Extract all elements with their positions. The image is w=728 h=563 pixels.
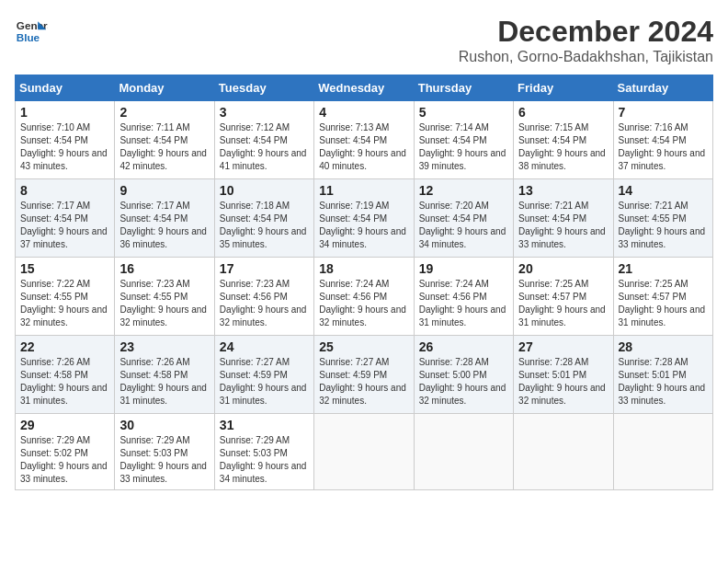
day-info: Sunrise: 7:21 AMSunset: 4:54 PMDaylight:… xyxy=(518,201,606,249)
day-info: Sunrise: 7:27 AMSunset: 4:59 PMDaylight:… xyxy=(220,357,307,406)
day-number: 11 xyxy=(319,183,408,198)
calendar-cell: 12 Sunrise: 7:20 AMSunset: 4:54 PMDaylig… xyxy=(414,179,513,258)
calendar-cell: 3 Sunrise: 7:12 AMSunset: 4:54 PMDayligh… xyxy=(214,101,313,179)
day-number: 8 xyxy=(20,183,109,198)
calendar-cell: 20 Sunrise: 7:25 AMSunset: 4:57 PMDaylig… xyxy=(514,258,613,336)
day-number: 2 xyxy=(119,105,209,120)
day-number: 30 xyxy=(119,418,209,432)
calendar-cell: 14 Sunrise: 7:21 AMSunset: 4:55 PMDaylig… xyxy=(613,179,712,258)
calendar-cell: 24 Sunrise: 7:27 AMSunset: 4:59 PMDaylig… xyxy=(214,336,313,414)
day-number: 28 xyxy=(619,339,708,354)
day-info: Sunrise: 7:22 AMSunset: 4:55 PMDaylight:… xyxy=(20,279,108,327)
calendar-cell xyxy=(314,414,414,490)
weekday-header-saturday: Saturday xyxy=(613,75,712,101)
logo: General Blue xyxy=(15,15,48,48)
day-number: 1 xyxy=(20,105,109,120)
calendar-cell: 13 Sunrise: 7:21 AMSunset: 4:54 PMDaylig… xyxy=(514,179,613,258)
day-number: 7 xyxy=(619,105,708,120)
calendar-cell: 19 Sunrise: 7:24 AMSunset: 4:56 PMDaylig… xyxy=(414,258,513,336)
calendar-table: SundayMondayTuesdayWednesdayThursdayFrid… xyxy=(15,75,713,490)
day-number: 12 xyxy=(419,183,508,198)
calendar-cell: 18 Sunrise: 7:24 AMSunset: 4:56 PMDaylig… xyxy=(314,258,414,336)
day-number: 27 xyxy=(518,339,608,354)
day-number: 16 xyxy=(119,261,209,276)
calendar-cell xyxy=(613,414,712,490)
calendar-cell: 22 Sunrise: 7:26 AMSunset: 4:58 PMDaylig… xyxy=(16,336,115,414)
day-info: Sunrise: 7:21 AMSunset: 4:55 PMDaylight:… xyxy=(619,201,706,249)
day-number: 9 xyxy=(119,183,209,198)
weekday-header-sunday: Sunday xyxy=(16,75,115,101)
calendar-cell: 8 Sunrise: 7:17 AMSunset: 4:54 PMDayligh… xyxy=(16,179,115,258)
day-number: 15 xyxy=(20,261,109,276)
day-info: Sunrise: 7:12 AMSunset: 4:54 PMDaylight:… xyxy=(220,122,307,171)
day-number: 19 xyxy=(419,261,508,276)
day-info: Sunrise: 7:16 AMSunset: 4:54 PMDaylight:… xyxy=(619,122,706,171)
day-number: 10 xyxy=(220,183,309,198)
day-info: Sunrise: 7:10 AMSunset: 4:54 PMDaylight:… xyxy=(20,122,108,171)
day-info: Sunrise: 7:29 AMSunset: 5:03 PMDaylight:… xyxy=(220,435,307,484)
day-info: Sunrise: 7:17 AMSunset: 4:54 PMDaylight:… xyxy=(119,201,207,249)
day-number: 5 xyxy=(419,105,508,120)
day-number: 18 xyxy=(319,261,408,276)
day-info: Sunrise: 7:24 AMSunset: 4:56 PMDaylight:… xyxy=(319,279,406,327)
day-number: 4 xyxy=(319,105,408,120)
calendar-cell: 27 Sunrise: 7:28 AMSunset: 5:01 PMDaylig… xyxy=(514,336,613,414)
day-info: Sunrise: 7:25 AMSunset: 4:57 PMDaylight:… xyxy=(619,279,706,327)
day-number: 31 xyxy=(220,418,309,432)
calendar-week-row: 8 Sunrise: 7:17 AMSunset: 4:54 PMDayligh… xyxy=(16,179,713,258)
calendar-cell: 10 Sunrise: 7:18 AMSunset: 4:54 PMDaylig… xyxy=(214,179,313,258)
day-info: Sunrise: 7:28 AMSunset: 5:00 PMDaylight:… xyxy=(419,357,506,406)
calendar-cell: 7 Sunrise: 7:16 AMSunset: 4:54 PMDayligh… xyxy=(613,101,712,179)
day-number: 25 xyxy=(319,339,408,354)
day-number: 24 xyxy=(220,339,309,354)
page-subtitle: Rushon, Gorno-Badakhshan, Tajikistan xyxy=(459,49,713,65)
calendar-cell: 9 Sunrise: 7:17 AMSunset: 4:54 PMDayligh… xyxy=(115,179,214,258)
day-number: 6 xyxy=(518,105,608,120)
day-number: 13 xyxy=(518,183,608,198)
calendar-week-row: 22 Sunrise: 7:26 AMSunset: 4:58 PMDaylig… xyxy=(16,336,713,414)
day-info: Sunrise: 7:29 AMSunset: 5:03 PMDaylight:… xyxy=(119,435,207,484)
day-info: Sunrise: 7:19 AMSunset: 4:54 PMDaylight:… xyxy=(319,201,406,249)
calendar-cell: 16 Sunrise: 7:23 AMSunset: 4:55 PMDaylig… xyxy=(115,258,214,336)
day-number: 20 xyxy=(518,261,608,276)
calendar-cell xyxy=(514,414,613,490)
calendar-cell: 31 Sunrise: 7:29 AMSunset: 5:03 PMDaylig… xyxy=(214,414,313,490)
weekday-header-monday: Monday xyxy=(115,75,214,101)
svg-text:General: General xyxy=(17,19,48,31)
day-info: Sunrise: 7:15 AMSunset: 4:54 PMDaylight:… xyxy=(518,122,606,171)
day-info: Sunrise: 7:29 AMSunset: 5:02 PMDaylight:… xyxy=(20,435,108,484)
calendar-cell: 28 Sunrise: 7:28 AMSunset: 5:01 PMDaylig… xyxy=(613,336,712,414)
calendar-week-row: 29 Sunrise: 7:29 AMSunset: 5:02 PMDaylig… xyxy=(16,414,713,490)
day-info: Sunrise: 7:23 AMSunset: 4:55 PMDaylight:… xyxy=(119,279,207,327)
day-info: Sunrise: 7:11 AMSunset: 4:54 PMDaylight:… xyxy=(119,122,207,171)
calendar-week-row: 15 Sunrise: 7:22 AMSunset: 4:55 PMDaylig… xyxy=(16,258,713,336)
day-number: 14 xyxy=(619,183,708,198)
day-number: 3 xyxy=(220,105,309,120)
calendar-cell: 4 Sunrise: 7:13 AMSunset: 4:54 PMDayligh… xyxy=(314,101,414,179)
day-info: Sunrise: 7:17 AMSunset: 4:54 PMDaylight:… xyxy=(20,201,108,249)
day-number: 17 xyxy=(220,261,309,276)
day-number: 23 xyxy=(119,339,209,354)
day-info: Sunrise: 7:28 AMSunset: 5:01 PMDaylight:… xyxy=(619,357,706,406)
day-info: Sunrise: 7:26 AMSunset: 4:58 PMDaylight:… xyxy=(119,357,207,406)
calendar-cell: 1 Sunrise: 7:10 AMSunset: 4:54 PMDayligh… xyxy=(16,101,115,179)
calendar-cell: 17 Sunrise: 7:23 AMSunset: 4:56 PMDaylig… xyxy=(214,258,313,336)
day-info: Sunrise: 7:23 AMSunset: 4:56 PMDaylight:… xyxy=(220,279,307,327)
day-info: Sunrise: 7:14 AMSunset: 4:54 PMDaylight:… xyxy=(419,122,506,171)
page-title: December 2024 xyxy=(459,15,713,49)
calendar-cell: 23 Sunrise: 7:26 AMSunset: 4:58 PMDaylig… xyxy=(115,336,214,414)
calendar-cell: 30 Sunrise: 7:29 AMSunset: 5:03 PMDaylig… xyxy=(115,414,214,490)
weekday-header-thursday: Thursday xyxy=(414,75,513,101)
weekday-header-tuesday: Tuesday xyxy=(214,75,313,101)
weekday-header-row: SundayMondayTuesdayWednesdayThursdayFrid… xyxy=(16,75,713,101)
day-number: 29 xyxy=(20,418,109,432)
calendar-cell: 29 Sunrise: 7:29 AMSunset: 5:02 PMDaylig… xyxy=(16,414,115,490)
weekday-header-friday: Friday xyxy=(514,75,613,101)
calendar-week-row: 1 Sunrise: 7:10 AMSunset: 4:54 PMDayligh… xyxy=(16,101,713,179)
day-info: Sunrise: 7:13 AMSunset: 4:54 PMDaylight:… xyxy=(319,122,406,171)
calendar-cell: 6 Sunrise: 7:15 AMSunset: 4:54 PMDayligh… xyxy=(514,101,613,179)
calendar-cell: 21 Sunrise: 7:25 AMSunset: 4:57 PMDaylig… xyxy=(613,258,712,336)
title-section: December 2024 Rushon, Gorno-Badakhshan, … xyxy=(459,15,713,65)
day-info: Sunrise: 7:26 AMSunset: 4:58 PMDaylight:… xyxy=(20,357,108,406)
calendar-cell: 15 Sunrise: 7:22 AMSunset: 4:55 PMDaylig… xyxy=(16,258,115,336)
